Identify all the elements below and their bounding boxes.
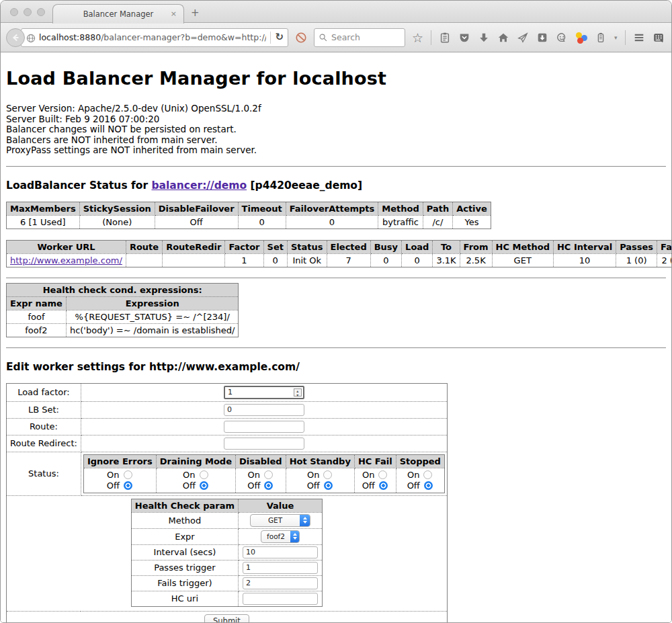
globe-icon <box>26 33 36 44</box>
tab-close-icon[interactable]: × <box>171 9 177 18</box>
chat-smiley-icon[interactable] <box>556 32 568 44</box>
draining-mode-off-radio[interactable] <box>200 481 208 490</box>
menu-hamburger-icon[interactable] <box>633 32 645 44</box>
new-tab-button[interactable]: + <box>191 7 200 19</box>
reading-list-icon[interactable] <box>439 32 451 44</box>
tab-title: Balancer Manager <box>83 9 154 19</box>
search-bar[interactable] <box>314 28 405 47</box>
blocked-content-icon[interactable] <box>295 32 307 44</box>
hc-expressions-table: Health check cond. expressions: Expr nam… <box>6 283 239 337</box>
divider <box>6 347 666 348</box>
url-text[interactable]: localhost:8880/balancer-manager?b=demo&w… <box>39 32 266 42</box>
reload-icon[interactable]: ↻ <box>275 32 284 42</box>
worker-row: http://www.example.com/ 1 0 Init Ok 7 0 … <box>7 253 672 267</box>
number-spinner-icon[interactable]: ▴▾ <box>294 388 302 397</box>
keyboard-grid-icon[interactable] <box>653 32 665 44</box>
hc-uri-label: HC uri <box>131 591 238 606</box>
status-row: Status: Ignore Errors Draining Mode Disa… <box>7 452 448 495</box>
server-info: Server Version: Apache/2.5.0-dev (Unix) … <box>6 103 666 156</box>
disabled-off-radio[interactable] <box>264 481 273 490</box>
divider <box>6 278 666 278</box>
table-header-row: Worker URL Route RouteRedir Factor Set S… <box>7 240 672 253</box>
back-arrow-icon <box>9 32 22 44</box>
hc-fail-off-radio[interactable] <box>379 481 388 490</box>
route-redirect-row: Route Redirect: <box>7 435 448 452</box>
back-button[interactable] <box>6 28 25 47</box>
minimize-window-button[interactable] <box>24 8 32 16</box>
divider <box>6 166 666 167</box>
hc-uri-input[interactable] <box>243 593 318 605</box>
method-select[interactable]: GET <box>250 514 310 527</box>
toolbar-divider <box>625 30 626 45</box>
stopped-on-radio[interactable] <box>423 470 432 479</box>
persist-warning-line: Balancer changes will NOT be persisted o… <box>6 124 666 135</box>
status-radio-table: Ignore Errors Draining Mode Disabled Hot… <box>83 454 445 493</box>
inherit-warning-line: Balancers are NOT inherited from main se… <box>6 135 666 146</box>
expr-row: Expr foof2 <box>131 528 322 544</box>
submit-button[interactable]: Submit <box>204 614 249 623</box>
save-to-device-icon[interactable] <box>536 32 548 44</box>
passes-label: Passes trigger <box>131 560 238 575</box>
passes-input[interactable] <box>243 562 318 574</box>
bookmark-star-icon[interactable]: ☆ <box>412 32 423 44</box>
hc-fail-radios: On Off <box>354 468 396 493</box>
send-tab-icon[interactable] <box>517 32 529 44</box>
stopped-off-radio[interactable] <box>424 481 433 490</box>
health-check-param-table: Health Check param Value Method GET <box>131 499 323 607</box>
method-row: Method GET <box>131 512 322 528</box>
hot-standby-off-radio[interactable] <box>324 481 333 490</box>
route-input[interactable] <box>224 421 304 433</box>
lb-set-row: LB Set: <box>7 401 448 418</box>
health-check-row: Health Check param Value Method GET <box>7 495 448 611</box>
ignore-errors-off-radio[interactable] <box>124 481 132 490</box>
lb-set-input[interactable] <box>224 404 304 416</box>
home-icon[interactable] <box>497 32 509 44</box>
tab-balancer-manager[interactable]: Balancer Manager × <box>52 4 184 24</box>
table-header-row: MaxMembers StickySession DisableFailover… <box>7 202 491 215</box>
close-window-button[interactable] <box>10 8 18 16</box>
edit-worker-form-table: Load factor: ▴▾ LB Set: Route: Route Red… <box>6 383 448 623</box>
interval-label: Interval (secs) <box>131 544 238 560</box>
interval-input[interactable] <box>243 546 318 558</box>
load-factor-row: Load factor: ▴▾ <box>7 383 448 401</box>
hot-standby-on-radio[interactable] <box>323 470 332 479</box>
draining-mode-radios: On Off <box>156 468 235 493</box>
expr-label: Expr <box>131 528 238 544</box>
expr-select[interactable]: foof2 <box>261 530 300 543</box>
search-input[interactable] <box>331 32 398 42</box>
load-factor-label: Load factor: <box>7 383 81 401</box>
ignore-errors-on-radio[interactable] <box>124 470 132 479</box>
url-bar[interactable]: localhost:8880/balancer-manager?b=demo&w… <box>21 28 288 47</box>
select-stepper-icon <box>290 530 299 543</box>
downloads-icon[interactable] <box>478 32 490 44</box>
balancer-status-heading: LoadBalancer Status for balancer://demo … <box>6 179 666 192</box>
status-label: Status: <box>7 452 81 495</box>
interval-row: Interval (secs) <box>131 544 322 560</box>
battery-extension-icon[interactable] <box>595 32 607 44</box>
edit-worker-heading: Edit worker settings for http://www.exam… <box>6 361 666 373</box>
route-redirect-input[interactable] <box>224 438 304 450</box>
colored-dots-extension-icon[interactable] <box>575 32 587 44</box>
hc-fail-on-radio[interactable] <box>378 470 387 479</box>
disabled-on-radio[interactable] <box>264 470 273 479</box>
zoom-window-button[interactable] <box>37 8 45 16</box>
table-title-row: Health check cond. expressions: <box>7 283 239 296</box>
draining-mode-on-radio[interactable] <box>200 470 208 479</box>
load-factor-stepper: ▴▾ <box>224 386 304 399</box>
toolbar-divider <box>431 30 431 45</box>
navigation-toolbar: localhost:8880/balancer-manager?b=demo&w… <box>1 23 671 52</box>
balancer-params-table: MaxMembers StickySession DisableFailover… <box>6 202 491 229</box>
hc-uri-row: HC uri <box>131 591 322 606</box>
disabled-radios: On Off <box>235 468 286 493</box>
balancer-demo-link[interactable]: balancer://demo <box>151 179 247 192</box>
search-icon <box>319 33 328 42</box>
pocket-icon[interactable] <box>458 32 470 44</box>
status-header-row: Ignore Errors Draining Mode Disabled Hot… <box>83 454 444 468</box>
worker-url-link[interactable]: http://www.example.com/ <box>10 255 122 265</box>
fails-input[interactable] <box>243 577 318 589</box>
load-factor-input[interactable] <box>224 386 304 399</box>
route-row: Route: <box>7 418 448 435</box>
chevron-down-icon[interactable]: ▾ <box>614 34 618 41</box>
table-header-row: Expr name Expression <box>7 296 239 310</box>
browser-window: Balancer Manager × + localhost:8880/bala… <box>0 0 672 623</box>
